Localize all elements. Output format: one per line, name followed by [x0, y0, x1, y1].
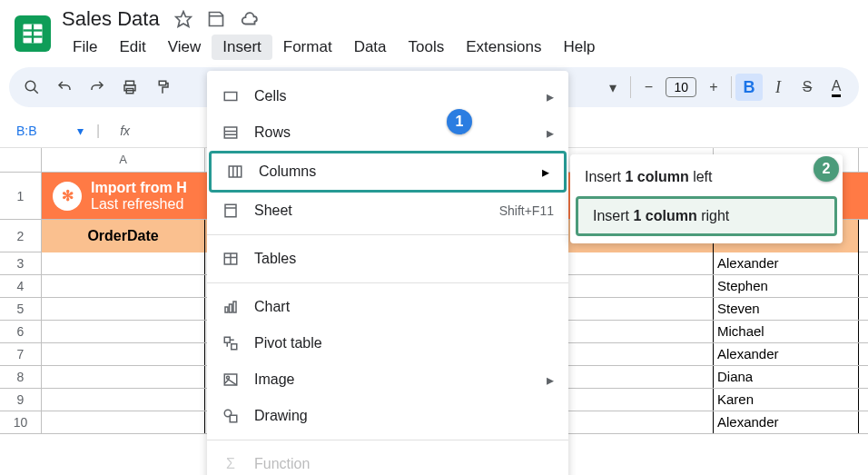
row-header[interactable]: 8 — [0, 366, 42, 388]
cell[interactable] — [568, 343, 714, 365]
menu-file[interactable]: File — [62, 35, 108, 60]
cell-salesman[interactable]: Alexander — [714, 411, 859, 433]
chevron-down-icon: ▾ — [77, 124, 84, 138]
menu-item-drawing[interactable]: Drawing — [207, 398, 568, 434]
menu-insert[interactable]: Insert — [212, 35, 272, 60]
row-header[interactable]: 9 — [0, 389, 42, 411]
select-all-corner[interactable] — [0, 148, 42, 172]
menu-extensions[interactable]: Extensions — [455, 35, 552, 60]
tables-icon — [222, 250, 240, 268]
italic-button[interactable]: I — [764, 74, 792, 101]
cell[interactable] — [42, 252, 205, 274]
menu-view[interactable]: View — [157, 35, 212, 60]
submenu-insert-left[interactable]: Insert 1 column left — [570, 160, 843, 194]
paint-format-icon[interactable] — [149, 74, 176, 101]
svg-rect-24 — [230, 304, 232, 312]
menu-item-columns[interactable]: Columns ▸ — [209, 151, 567, 193]
cell-salesman[interactable]: Diana — [714, 366, 859, 388]
menu-item-image[interactable]: Image ▸ — [207, 361, 568, 398]
decrease-font-icon[interactable]: − — [635, 74, 662, 101]
cell[interactable] — [568, 389, 714, 411]
strikethrough-button[interactable]: S — [794, 74, 821, 101]
increase-font-icon[interactable]: + — [700, 74, 727, 101]
cell[interactable] — [568, 298, 714, 320]
cell[interactable] — [42, 366, 205, 388]
cell[interactable] — [42, 275, 205, 297]
star-icon[interactable] — [174, 10, 192, 28]
cell[interactable] — [42, 343, 205, 365]
menu-item-chart[interactable]: Chart — [207, 289, 568, 325]
document-title[interactable]: Sales Data — [62, 7, 160, 31]
cell[interactable] — [568, 366, 714, 388]
submenu-insert-right[interactable]: Insert 1 column right — [576, 196, 837, 236]
function-icon: Σ — [222, 455, 240, 473]
menu-edit[interactable]: Edit — [108, 35, 156, 60]
font-size-input[interactable]: 10 — [666, 77, 696, 97]
cell-salesman[interactable]: Stephen — [714, 275, 859, 297]
cell-salesman[interactable]: Michael — [714, 321, 859, 342]
hubspot-icon: ✻ — [53, 182, 82, 211]
columns-submenu: Insert 1 column left Insert 1 column rig… — [570, 154, 843, 243]
menu-item-label: Sheet — [254, 203, 292, 219]
menu-item-cells[interactable]: Cells ▸ — [207, 78, 568, 114]
row-header[interactable]: 3 — [0, 252, 42, 274]
row-header[interactable]: 1 — [0, 173, 42, 219]
cell[interactable] — [42, 321, 205, 342]
menu-format[interactable]: Format — [272, 35, 343, 60]
svg-rect-23 — [225, 307, 228, 312]
cloud-icon[interactable] — [240, 9, 260, 29]
menu-item-function[interactable]: Σ Function — [207, 446, 568, 475]
import-line1: Import from H — [91, 180, 187, 196]
menu-item-label: Tables — [254, 251, 296, 267]
row-header[interactable]: 4 — [0, 275, 42, 297]
cell[interactable] — [568, 321, 714, 342]
cell[interactable] — [568, 252, 714, 274]
image-icon — [222, 371, 240, 389]
bold-button[interactable]: B — [735, 74, 763, 101]
menu-separator — [207, 234, 568, 235]
search-icon[interactable] — [18, 74, 45, 101]
undo-icon[interactable] — [51, 74, 78, 101]
menu-item-tables[interactable]: Tables — [207, 241, 568, 277]
chevron-right-icon: ▸ — [547, 88, 554, 105]
menu-help[interactable]: Help — [552, 35, 606, 60]
row-header[interactable]: 10 — [0, 411, 42, 433]
cell[interactable] — [42, 298, 205, 320]
menu-item-pivot[interactable]: Pivot table — [207, 325, 568, 361]
menu-tools[interactable]: Tools — [398, 35, 456, 60]
print-icon[interactable] — [116, 74, 143, 101]
cell-salesman[interactable]: Alexander — [714, 252, 859, 274]
menu-item-label: Image — [254, 371, 294, 388]
name-box[interactable]: B:B ▾ — [9, 120, 91, 142]
dropdown-caret-icon[interactable]: ▾ — [599, 74, 626, 101]
row-header[interactable]: 6 — [0, 321, 42, 342]
menu-item-label: Function — [254, 456, 310, 472]
redo-icon[interactable] — [84, 74, 111, 101]
cell[interactable] — [568, 411, 714, 433]
title-bar: Sales Data File Edit View Insert Format … — [0, 0, 868, 67]
chevron-right-icon: ▸ — [542, 163, 549, 181]
cell-salesman[interactable]: Steven — [714, 298, 859, 320]
cell-salesman[interactable]: Karen — [714, 389, 859, 411]
menu-item-sheet[interactable]: Sheet Shift+F11 — [207, 193, 568, 229]
svg-rect-26 — [224, 337, 230, 342]
header-orderdate[interactable]: OrderDate — [42, 220, 205, 252]
move-icon[interactable] — [207, 10, 225, 28]
svg-rect-11 — [224, 93, 237, 101]
text-color-button[interactable]: A — [823, 74, 850, 101]
row-header[interactable]: 7 — [0, 343, 42, 365]
column-header-a[interactable]: A — [42, 148, 205, 172]
svg-point-29 — [227, 376, 230, 379]
font-size-control: − 10 + — [635, 74, 727, 101]
cell[interactable] — [42, 411, 205, 433]
menu-item-label: Drawing — [254, 408, 308, 424]
svg-rect-31 — [230, 415, 237, 422]
row-header[interactable]: 2 — [0, 220, 42, 252]
cell-salesman[interactable]: Alexander — [714, 343, 859, 365]
submenu-label-bold: 1 column — [625, 169, 688, 184]
cell[interactable] — [42, 389, 205, 411]
cell[interactable] — [568, 275, 714, 297]
menu-item-rows[interactable]: Rows ▸ — [207, 114, 568, 151]
row-header[interactable]: 5 — [0, 298, 42, 320]
menu-data[interactable]: Data — [343, 35, 398, 60]
